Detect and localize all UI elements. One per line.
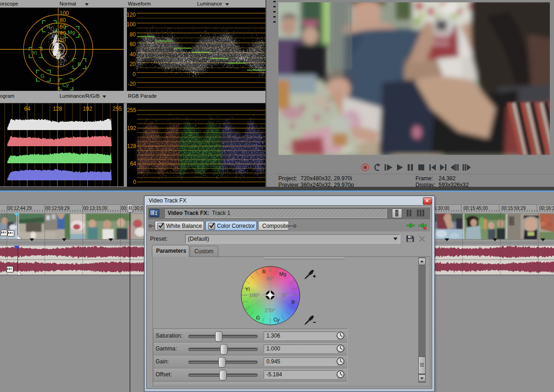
svg-text:128: 128 [127,143,136,149]
svg-text:1: 1 [155,211,157,216]
svg-text:80: 80 [60,17,66,24]
svg-text:Yl: Yl [32,50,37,56]
svg-text:60: 60 [130,41,136,48]
svg-text:64: 64 [24,106,30,112]
svg-text:Mg: Mg [279,271,286,277]
svg-text:100: 100 [60,10,69,17]
svg-text:-20: -20 [128,81,136,87]
svg-text:120: 120 [127,12,136,18]
svg-text:G: G [41,73,45,79]
svg-text:128: 128 [53,106,62,112]
svg-text:180°: 180° [249,292,259,298]
svg-text:90°: 90° [266,276,274,281]
svg-text:270°: 270° [265,308,275,313]
svg-text:40: 40 [130,51,136,58]
svg-text:192: 192 [83,106,92,112]
svg-text:192: 192 [127,125,136,131]
svg-text:R: R [262,269,266,274]
svg-text:B: B [78,61,81,67]
svg-text:B: B [291,299,295,305]
svg-text:0: 0 [133,179,136,185]
svg-text:Mg: Mg [68,30,75,35]
svg-text:0: 0 [132,71,136,77]
svg-text:80: 80 [130,31,136,38]
svg-text:255: 255 [127,107,136,113]
svg-text:Yl: Yl [245,286,250,292]
svg-text:0°: 0° [282,292,287,298]
svg-text:255: 255 [113,106,122,112]
svg-text:64: 64 [130,160,137,167]
svg-text:20: 20 [130,61,136,67]
svg-text:G: G [256,315,260,321]
svg-text:Cy: Cy [62,82,69,88]
svg-text:R: R [47,24,50,30]
svg-text:Cy: Cy [273,317,280,322]
svg-text:100: 100 [127,21,136,28]
